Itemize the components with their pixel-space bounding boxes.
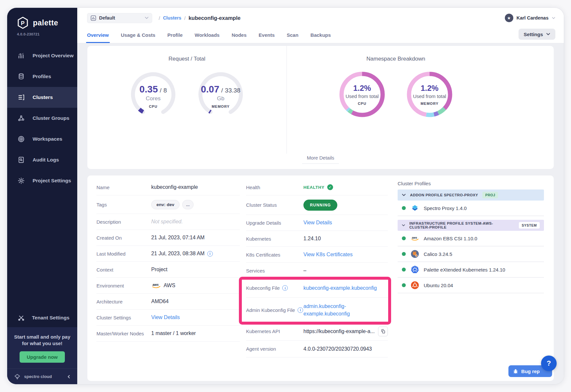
profile-group-header-infrastructure[interactable]: INFRASTRUCTURE PROFILE SYSTEM-AWS-CLUSTE…: [398, 220, 544, 231]
project-selector[interactable]: Default: [87, 13, 152, 23]
cpu-used-percent: 1.2%: [353, 84, 371, 93]
detail-row-kubeconfig-file: Kubeconfig File i kubeconfig-example.kub…: [246, 279, 388, 298]
tab-profile[interactable]: Profile: [168, 32, 183, 43]
tags-overflow-pill[interactable]: ...: [182, 200, 194, 209]
pack-row-palette-extended-kubernetes[interactable]: Palette eXtended Kubernetes 1.24.10: [398, 262, 544, 278]
tab-nodes[interactable]: Nodes: [232, 32, 247, 43]
detail-label: Cluster Status: [246, 202, 303, 208]
user-menu[interactable]: ★ Karl Cardenas: [505, 14, 555, 22]
sidebar-item-label: Audit Logs: [33, 157, 59, 163]
info-icon[interactable]: i: [207, 251, 213, 257]
spectro-cloud-label: spectro cloud: [24, 374, 52, 379]
copy-button[interactable]: [378, 327, 388, 336]
detail-row-description: Description Not specified.: [96, 214, 240, 230]
tab-overview[interactable]: Overview: [87, 32, 109, 43]
detail-label: Environment: [96, 283, 151, 288]
agent-version-value: 4.0.0-230720/20230720.0943: [303, 346, 372, 352]
sidebar-nav: Project Overview Profiles Clusters Clust…: [7, 45, 77, 191]
detail-row-kubernetes-api: Kubernetes API https://kubeconfig-exampl…: [246, 322, 388, 341]
tab-scan[interactable]: Scan: [287, 32, 299, 43]
overview-metrics-card: Request / Total 0.35 /: [87, 46, 554, 169]
detail-row-name: Name kubeconfig-example: [96, 179, 240, 195]
sidebar-item-profiles[interactable]: Profiles: [7, 66, 77, 87]
tenant-settings-label: Tenant Settings: [32, 315, 69, 321]
kubeconfig-file-link[interactable]: kubeconfig-example.kubeconfig: [303, 285, 377, 291]
cluster-profiles-title: Cluster Profiles: [398, 181, 544, 186]
kubernetes-api-value: https://kubeconfig-example-a...: [303, 329, 375, 334]
detail-label: Cluster Settings: [96, 315, 151, 320]
tab-backups[interactable]: Backups: [311, 32, 331, 43]
gear-icon: [18, 177, 25, 184]
sidebar-item-cluster-groups[interactable]: Cluster Groups: [7, 108, 77, 129]
tab-events[interactable]: Events: [259, 32, 275, 43]
tab-usage-costs[interactable]: Usage & Costs: [121, 32, 155, 43]
user-avatar-star-icon: ★: [505, 14, 513, 22]
tab-bar: Overview Usage & Costs Profile Workloads…: [77, 24, 564, 43]
sidebar-item-tenant-settings[interactable]: Tenant Settings: [7, 308, 77, 327]
last-modified-value: 21 Jul, 2023, 08:38 AM: [151, 251, 205, 257]
detail-label: Architecture: [96, 299, 151, 304]
brand-logo: P palette: [7, 8, 77, 29]
sidebar-item-clusters[interactable]: Clusters: [7, 87, 77, 108]
sidebar-item-audit-logs[interactable]: Audit Logs: [7, 149, 77, 170]
sidebar-item-label: Profiles: [33, 74, 51, 79]
cluster-name-value: kubeconfig-example: [151, 184, 198, 190]
detail-label: Last Modified: [96, 251, 151, 257]
info-icon[interactable]: i: [298, 307, 303, 313]
cpu-gauge-label: CPU: [149, 105, 157, 108]
tag-pill: env: dev: [151, 200, 180, 209]
pack-row-calico[interactable]: Calico 3.24.5: [398, 246, 544, 262]
collapse-sidebar-icon[interactable]: [67, 375, 71, 379]
memory-namespace-donut-chart: 1.2% Used from total MEMORY: [405, 70, 454, 119]
pack-row-ubuntu[interactable]: Ubuntu 20.04: [398, 278, 544, 293]
promo-text: Start small and only pay for what you us…: [13, 334, 71, 347]
palette-logo-icon: P: [16, 16, 29, 29]
memory-total-value: 33.38: [225, 87, 241, 94]
sidebar-item-project-overview[interactable]: Project Overview: [7, 45, 77, 66]
cluster-settings-link[interactable]: View Details: [151, 315, 180, 320]
sidebar-item-label: Clusters: [33, 94, 53, 100]
pack-status-dot: [402, 268, 406, 272]
info-icon[interactable]: i: [282, 285, 288, 291]
sidebar-item-label: Project Settings: [33, 178, 71, 184]
detail-row-tags: Tags env: dev ...: [96, 195, 240, 214]
detail-row-k8s-certificates: K8s Certificates View K8s Certificates: [246, 247, 388, 263]
detail-row-context: Context Project: [96, 262, 240, 278]
app-window: P palette 4.0.0-230721 Project Overview …: [7, 8, 564, 384]
cluster-details-card: Name kubeconfig-example Tags env: dev ..…: [87, 175, 554, 381]
sidebar-item-workspaces[interactable]: Workspaces: [7, 129, 77, 149]
sidebar-item-label: Project Overview: [33, 53, 74, 59]
brand-name: palette: [33, 19, 58, 27]
detail-label: Agent version: [246, 346, 303, 352]
pack-row-amazon-ebs-csi[interactable]: aws Amazon EBS CSI 1.10.0: [398, 231, 544, 246]
breadcrumb-clusters-link[interactable]: Clusters: [163, 15, 181, 21]
settings-button[interactable]: Settings: [519, 29, 555, 40]
detail-row-cluster-settings: Cluster Settings View Details: [96, 310, 240, 326]
sidebar-item-project-settings[interactable]: Project Settings: [7, 170, 77, 191]
created-on-value: 21 Jul, 2023, 07:14 AM: [151, 235, 205, 241]
cpu-gauge-chart: 0.35 / 8 Cores CPU: [129, 70, 178, 119]
breadcrumb: / Clusters / kubeconfig-example: [159, 15, 241, 21]
view-k8s-certificates-link[interactable]: View K8s Certificates: [303, 252, 353, 258]
pack-name: Spectro Proxy 1.4.0: [424, 205, 467, 211]
check-circle-icon: ✓: [327, 184, 333, 190]
value-separator: /: [221, 87, 223, 94]
upgrade-now-button[interactable]: Upgrade now: [20, 351, 65, 363]
services-value: –: [303, 268, 306, 273]
detail-label: Description: [96, 219, 151, 225]
svg-text:aws: aws: [412, 236, 417, 239]
svg-text:aws: aws: [153, 283, 159, 287]
help-button[interactable]: ?: [541, 356, 557, 371]
tab-workloads[interactable]: Workloads: [195, 32, 219, 43]
admin-kubeconfig-file-link[interactable]: admin.kubeconfig-example.kubeconfig: [303, 302, 356, 317]
pack-row-spectro-proxy[interactable]: Spectro Proxy 1.4.0: [398, 201, 544, 216]
detail-row-nodes: Master/Worker Nodes 1 master / 1 worker: [96, 326, 240, 342]
user-name: Karl Cardenas: [517, 15, 549, 21]
pack-status-dot: [402, 252, 406, 256]
cpu-total-value: 8: [164, 87, 167, 94]
kubeconfig-highlight-group: Kubeconfig File i kubeconfig-example.kub…: [246, 279, 388, 322]
pack-status-dot: [402, 206, 406, 210]
profile-group-header-addon[interactable]: ADDON PROFILE SPECTRO-PROXY PROJ: [398, 189, 544, 201]
upgrade-details-link[interactable]: View Details: [303, 220, 332, 226]
more-details-button[interactable]: More Details: [302, 155, 339, 164]
